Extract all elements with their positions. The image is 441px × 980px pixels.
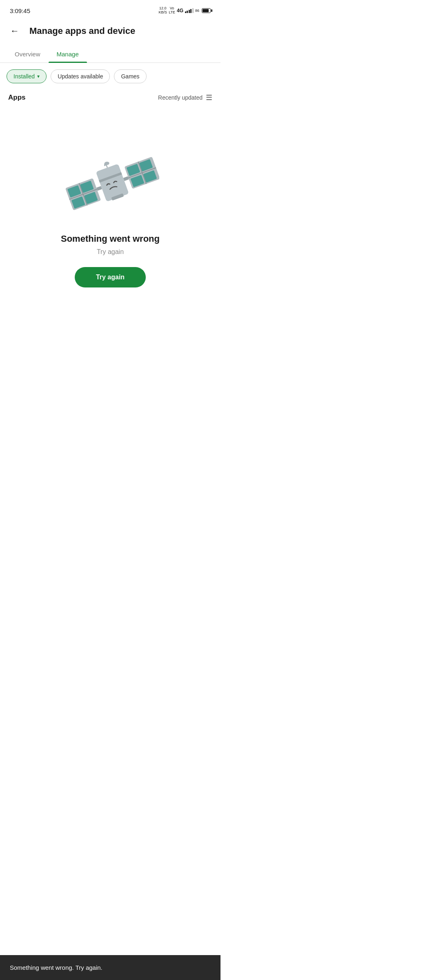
svg-rect-11: [123, 176, 129, 181]
battery-text: 86: [195, 9, 199, 13]
sort-selector[interactable]: Recently updated ☰: [158, 93, 212, 102]
svg-rect-7: [96, 186, 102, 191]
apps-section-label: Apps: [8, 94, 26, 102]
try-again-button[interactable]: Try again: [75, 267, 146, 287]
apps-header: Apps Recently updated ☰: [0, 87, 220, 107]
battery-icon: [202, 8, 211, 13]
error-illustration: [61, 140, 159, 221]
chip-dropdown-icon: ▾: [37, 74, 40, 79]
chip-updates-available[interactable]: Updates available: [51, 69, 110, 83]
error-title: Something went wrong: [61, 234, 160, 244]
sort-icon: ☰: [206, 93, 212, 102]
svg-rect-8: [96, 164, 129, 202]
tab-manage[interactable]: Manage: [49, 46, 87, 62]
filter-row: Installed ▾ Updates available Games: [0, 63, 220, 87]
svg-line-19: [107, 165, 107, 168]
page-title: Manage apps and device: [29, 26, 135, 36]
header: ← Manage apps and device: [0, 20, 220, 46]
tab-overview[interactable]: Overview: [7, 46, 49, 62]
status-icons: 12.0 KB/S Vo LTE 4G 86: [159, 7, 211, 15]
volte-indicator: Vo LTE: [169, 7, 175, 15]
network-speed: 12.0 KB/S: [159, 7, 167, 15]
back-arrow-icon: ←: [10, 27, 19, 36]
chip-games[interactable]: Games: [114, 69, 146, 83]
error-area: Something went wrong Try again Try again: [0, 123, 220, 300]
sort-label: Recently updated: [158, 94, 203, 101]
chip-installed[interactable]: Installed ▾: [7, 69, 47, 83]
status-bar: 3:09:45 12.0 KB/S Vo LTE 4G 86: [0, 0, 220, 20]
signal-icon: [185, 8, 194, 13]
network-type: 4G: [177, 8, 183, 13]
back-button[interactable]: ←: [7, 23, 23, 39]
error-subtitle: Try again: [97, 248, 124, 256]
status-time: 3:09:45: [10, 7, 30, 14]
tabs: Overview Manage: [0, 46, 220, 63]
